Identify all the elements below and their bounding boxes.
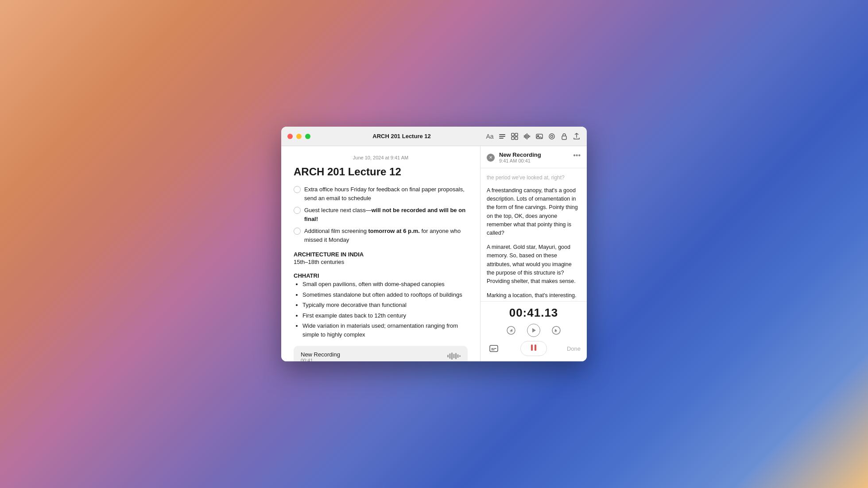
- timer-display: 00:41.13: [509, 306, 558, 320]
- list-item: Sometimes standalone but often added to …: [302, 290, 468, 299]
- recording-waveform-icon: [447, 352, 461, 361]
- svg-rect-9: [527, 133, 527, 139]
- tag-icon[interactable]: [548, 132, 556, 140]
- list-item: First example dates back to 12th century: [302, 311, 468, 320]
- list-item: Wide variation in materials used; orname…: [302, 321, 468, 339]
- app-window: ARCH 201 Lecture 12 Aa: [281, 127, 587, 361]
- skip-forward-button[interactable]: 30: [549, 323, 563, 337]
- svg-rect-5: [512, 137, 514, 139]
- list-item: Small open pavilions, often with dome-sh…: [302, 280, 468, 289]
- recording-header: ✕ New Recording 9:41 AM 00:41 •••: [480, 146, 587, 168]
- checklist-item-1: Extra office hours Friday for feedback o…: [294, 185, 468, 202]
- minimize-button[interactable]: [296, 134, 302, 139]
- pause-icon: [531, 344, 537, 353]
- svg-rect-17: [447, 355, 449, 357]
- pause-button[interactable]: [520, 341, 547, 356]
- svg-rect-23: [459, 355, 461, 357]
- main-content: June 10, 2024 at 9:41 AM ARCH 201 Lectur…: [281, 146, 587, 361]
- recording-widget-time: 00:41: [301, 358, 340, 361]
- titlebar: ARCH 201 Lecture 12 Aa: [281, 127, 587, 146]
- bullet-list: Small open pavilions, often with dome-sh…: [294, 280, 468, 339]
- svg-rect-19: [451, 352, 453, 360]
- checklist-text-1: Extra office hours Friday for feedback o…: [304, 185, 468, 202]
- share-icon[interactable]: [573, 132, 581, 140]
- svg-rect-3: [512, 133, 514, 136]
- font-icon[interactable]: Aa: [486, 132, 494, 140]
- svg-rect-22: [457, 354, 459, 358]
- recording-header-left: ✕ New Recording 9:41 AM 00:41: [487, 151, 541, 163]
- checklist-text-3: Additional film screening tomorrow at 6 …: [304, 227, 468, 244]
- toolbar-actions: Aa: [486, 132, 581, 140]
- close-button[interactable]: [287, 134, 293, 139]
- transcript-para-3: Marking a location, that's interesting. …: [487, 291, 581, 301]
- svg-rect-29: [535, 345, 536, 351]
- svg-rect-8: [525, 134, 526, 139]
- transcript-area: the period we've looked at, right? A fre…: [480, 168, 587, 301]
- svg-point-15: [551, 135, 553, 137]
- section-heading: ARCHITECTURE IN INDIA: [294, 251, 468, 258]
- recording-widget-title: New Recording: [301, 351, 340, 358]
- svg-rect-18: [450, 353, 451, 359]
- window-title: ARCH 201 Lecture 12: [318, 133, 486, 139]
- play-button[interactable]: [527, 324, 540, 337]
- svg-text:30: 30: [554, 330, 557, 333]
- timer-area: 00:41.13 15: [480, 301, 587, 361]
- svg-rect-16: [562, 136, 566, 139]
- recording-close-button[interactable]: ✕: [487, 154, 495, 162]
- svg-rect-11: [529, 136, 530, 137]
- checkbox-1[interactable]: [294, 186, 301, 193]
- svg-rect-6: [515, 137, 518, 139]
- note-date: June 10, 2024 at 9:41 AM: [294, 155, 468, 160]
- subsection-heading: CHHATRI: [294, 272, 468, 279]
- recording-title: New Recording: [499, 151, 541, 158]
- more-options-icon[interactable]: •••: [573, 151, 581, 159]
- svg-rect-2: [499, 138, 504, 139]
- svg-rect-1: [499, 136, 505, 137]
- svg-rect-27: [490, 345, 498, 352]
- svg-rect-28: [531, 345, 533, 351]
- note-editor[interactable]: June 10, 2024 at 9:41 AM ARCH 201 Lectur…: [281, 146, 480, 361]
- recording-widget[interactable]: New Recording 00:41: [294, 346, 468, 361]
- transcript-para-1: A freestanding canopy, that's a good des…: [487, 186, 581, 238]
- table-icon[interactable]: [511, 132, 519, 140]
- checkbox-2[interactable]: [294, 207, 301, 214]
- svg-marker-25: [532, 328, 536, 333]
- skip-back-button[interactable]: 15: [504, 323, 518, 337]
- checkbox-3[interactable]: [294, 228, 301, 235]
- svg-rect-4: [515, 133, 518, 136]
- svg-rect-20: [453, 354, 455, 358]
- recording-widget-info: New Recording 00:41: [301, 351, 340, 361]
- traffic-lights: [287, 134, 310, 139]
- checklist-item-3: Additional film screening tomorrow at 6 …: [294, 227, 468, 244]
- svg-point-14: [549, 134, 554, 139]
- svg-rect-7: [524, 135, 525, 138]
- lock-icon[interactable]: [560, 132, 568, 140]
- transcript-para-2: A minaret. Gold star, Mayuri, good memor…: [487, 243, 581, 286]
- recording-header-info: New Recording 9:41 AM 00:41: [499, 151, 541, 163]
- waveform-icon[interactable]: [523, 132, 531, 140]
- caption-button[interactable]: [487, 341, 501, 356]
- done-button[interactable]: Done: [567, 345, 581, 352]
- svg-rect-0: [499, 134, 505, 135]
- recording-header-time: 9:41 AM 00:41: [499, 158, 541, 163]
- checklist-item-2: Guest lecture next class—will not be rec…: [294, 206, 468, 223]
- checklist-icon[interactable]: [498, 132, 506, 140]
- svg-rect-10: [528, 135, 529, 138]
- photo-icon[interactable]: [535, 132, 543, 140]
- note-title: ARCH 201 Lecture 12: [294, 166, 468, 178]
- svg-text:15: 15: [510, 330, 512, 333]
- section-subheading: 15th–18th centuries: [294, 259, 468, 265]
- recording-panel: ✕ New Recording 9:41 AM 00:41 ••• the pe…: [480, 146, 587, 361]
- list-item: Typically more decorative than functiona…: [302, 301, 468, 310]
- svg-rect-21: [455, 353, 457, 359]
- playback-controls: 15 30: [504, 323, 563, 337]
- checklist-text-2: Guest lecture next class—will not be rec…: [304, 206, 468, 223]
- bottom-controls: Done: [487, 341, 581, 358]
- maximize-button[interactable]: [305, 134, 310, 139]
- transcript-faded: the period we've looked at, right?: [487, 174, 581, 182]
